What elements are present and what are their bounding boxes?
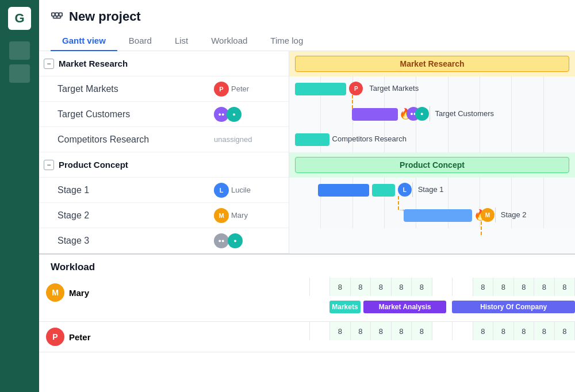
label-target-customers: Target Customers xyxy=(435,109,494,118)
label-target-markets: Target Markets xyxy=(369,84,419,93)
header: New project Gantt view Board List Worklo… xyxy=(39,0,575,51)
avatar-target-markets-inline: P xyxy=(349,82,363,95)
wc-peter-11: 8 xyxy=(514,322,535,340)
group-market-research-label: Market Research xyxy=(59,59,289,68)
task-name-stage-1: Stage 1 xyxy=(57,185,214,195)
tab-gantt-view[interactable]: Gantt view xyxy=(51,31,117,51)
workload-right-mary: 8 8 8 8 8 8 8 8 8 8 xyxy=(289,278,575,321)
bar-target-markets xyxy=(295,83,346,95)
divider-stage1 xyxy=(412,182,413,197)
wc-mary-9: 8 xyxy=(473,278,494,296)
wc-mary-4: 8 xyxy=(371,278,392,296)
toggle-product-concept[interactable]: − xyxy=(44,160,54,170)
label-competitors: Competitors Research xyxy=(332,134,407,143)
wc-mary-13: 8 xyxy=(555,278,576,296)
divider-tc xyxy=(430,106,430,121)
wc-mary-10: 8 xyxy=(493,278,514,296)
workload-row-mary: M Mary 8 8 8 8 8 xyxy=(39,278,575,322)
nav-tabs: Gantt view Board List Workload Time log xyxy=(51,31,564,51)
workload-name-peter: Peter xyxy=(69,332,91,342)
task-stage-1: Stage 1 L Lucile xyxy=(39,178,289,203)
workload-numbers-mary: 8 8 8 8 8 8 8 8 8 8 xyxy=(289,278,575,296)
group-bar-product-concept-label: Product Concept xyxy=(400,160,465,170)
avatar-mary: M xyxy=(214,208,229,223)
group-market-research: − Market Research xyxy=(39,51,289,76)
wc-peter-6: 8 xyxy=(412,322,432,340)
wc-mary-11: 8 xyxy=(514,278,535,296)
workload-section: Workload M Mary xyxy=(39,255,575,392)
workload-row-peter: P Peter 8 8 8 8 8 xyxy=(39,322,575,352)
wb-mary-markets: Markets xyxy=(329,301,361,313)
avatar-stage1-inline: L xyxy=(398,183,412,197)
assignee-stage-2: M Mary xyxy=(214,208,289,223)
wc-peter-9: 8 xyxy=(473,322,494,340)
workload-right-peter: 8 8 8 8 8 8 8 8 8 8 xyxy=(289,322,575,352)
task-target-markets: Target Markets P Peter xyxy=(39,76,289,102)
tab-workload[interactable]: Workload xyxy=(200,31,259,51)
svg-rect-0 xyxy=(52,13,55,16)
tab-board[interactable]: Board xyxy=(117,31,163,51)
avatar-stage3-2: ● xyxy=(228,233,243,248)
wc-peter-1 xyxy=(310,322,331,340)
wc-peter-0 xyxy=(289,322,310,340)
wc-mary-0 xyxy=(289,278,310,296)
avatar-mary-workload: M xyxy=(46,283,64,302)
group-bar-market-research: Market Research xyxy=(295,56,569,72)
avatar-group-2: ● xyxy=(227,107,241,122)
task-competitors-research: Competitors Research unassigned xyxy=(39,127,289,152)
wc-mary-1 xyxy=(310,278,331,296)
wc-peter-2: 8 xyxy=(330,322,351,340)
workload-left-peter: P Peter xyxy=(39,322,289,352)
assignee-target-customers: ●● ● xyxy=(214,107,289,122)
wc-peter-7 xyxy=(432,322,453,340)
avatar-lucile: L xyxy=(214,183,229,198)
wc-mary-12: 8 xyxy=(534,278,555,296)
page-title: New project xyxy=(69,9,141,24)
project-icon xyxy=(51,9,63,24)
wb-mary-history: History Of Company xyxy=(452,301,575,313)
label-stage1: Stage 1 xyxy=(418,185,444,194)
wc-peter-4: 8 xyxy=(371,322,392,340)
group-bar-market-research-row: Market Research xyxy=(289,51,575,76)
assignee-stage-3: ●● ● xyxy=(214,233,289,248)
main-content: New project Gantt view Board List Worklo… xyxy=(39,0,575,392)
bar-stage1-teal xyxy=(372,184,395,197)
bar-stage2 xyxy=(404,209,472,222)
gantt-left-panel: − Market Research Target Markets P Peter… xyxy=(39,51,289,253)
tab-list[interactable]: List xyxy=(163,31,200,51)
workload-bars-mary: Markets Market Analysis History Of Compa… xyxy=(289,296,575,321)
gantt-row-target-markets: P Target Markets xyxy=(289,76,575,102)
task-target-customers: Target Customers ●● ● xyxy=(39,102,289,127)
tab-time-log[interactable]: Time log xyxy=(259,31,315,51)
group-product-concept: − Product Concept xyxy=(39,152,289,178)
bar-stage1-main xyxy=(318,184,369,197)
wc-peter-12: 8 xyxy=(534,322,555,340)
workload-title: Workload xyxy=(39,255,575,278)
group-bar-product-concept: Product Concept xyxy=(295,157,569,173)
wc-peter-10: 8 xyxy=(493,322,514,340)
gantt-chart-area: Market Research P Target Ma xyxy=(289,51,575,253)
sidebar-nav-item-2[interactable] xyxy=(9,64,30,83)
toggle-market-research[interactable]: − xyxy=(44,59,54,69)
gantt-row-stage2: → 🔥 M Stage 2 xyxy=(289,203,575,228)
wc-mary-3: 8 xyxy=(351,278,371,296)
gantt-row-target-customers: 🔥 ●● ● Target Customers xyxy=(289,102,575,127)
svg-rect-2 xyxy=(59,13,63,16)
svg-rect-1 xyxy=(55,13,59,16)
sidebar-nav-item-1[interactable] xyxy=(9,41,30,60)
app-logo: G xyxy=(8,7,31,30)
avatar-tc-2: ● xyxy=(415,107,429,121)
group-product-concept-label: Product Concept xyxy=(59,160,289,170)
content-area: − Market Research Target Markets P Peter… xyxy=(39,51,575,392)
assignee-target-markets: P Peter xyxy=(214,82,289,97)
workload-left-mary: M Mary xyxy=(39,278,289,321)
task-name-target-customers: Target Customers xyxy=(57,109,214,120)
avatar-stage2-inline: M xyxy=(481,208,494,222)
bar-target-customers xyxy=(352,108,398,121)
group-bar-product-concept-row: Product Concept xyxy=(289,152,575,178)
wc-mary-8 xyxy=(453,278,473,296)
wc-mary-2: 8 xyxy=(330,278,351,296)
bar-competitors xyxy=(295,133,329,146)
sidebar: G xyxy=(0,0,39,392)
wc-mary-6: 8 xyxy=(412,278,432,296)
